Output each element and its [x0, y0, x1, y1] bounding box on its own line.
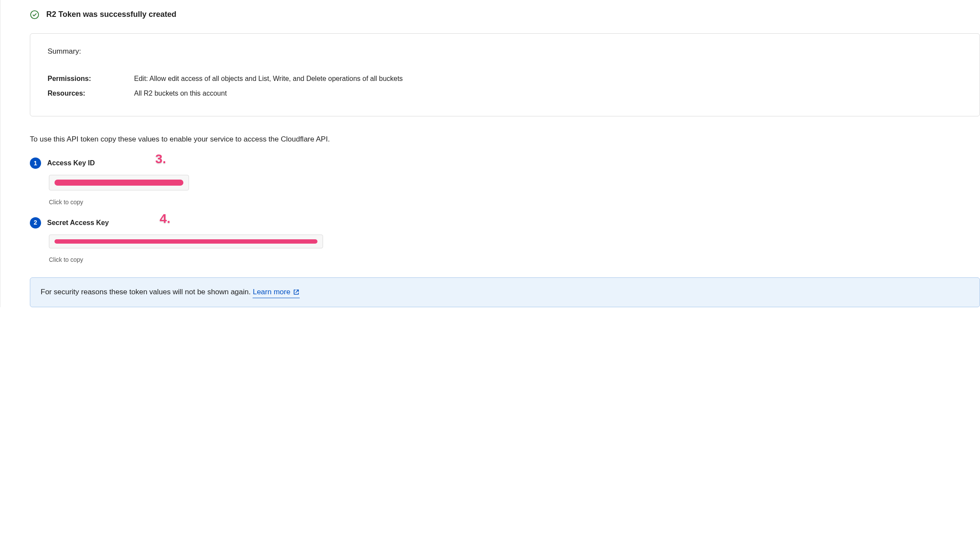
access-key-id-block: 3. 1 Access Key ID Click to copy	[30, 158, 980, 207]
success-message: R2 Token was successfully created	[46, 9, 176, 20]
summary-label: Resources:	[48, 88, 134, 99]
svg-point-0	[31, 10, 38, 18]
step-badge: 2	[30, 217, 41, 228]
summary-label: Permissions:	[48, 74, 134, 84]
secret-access-key-block: 4. 2 Secret Access Key Click to copy	[30, 217, 980, 265]
learn-more-link[interactable]: Learn more	[253, 286, 300, 298]
access-key-id-field[interactable]	[49, 175, 189, 190]
learn-more-label: Learn more	[253, 286, 290, 298]
key-header: 2 Secret Access Key	[30, 217, 980, 228]
annotation-marker: 3.	[155, 149, 166, 168]
page-content: R2 Token was successfully created Summar…	[0, 0, 980, 307]
key-label: Secret Access Key	[47, 218, 109, 228]
instruction-text: To use this API token copy these values …	[30, 134, 980, 145]
summary-row: Resources: All R2 buckets on this accoun…	[48, 88, 962, 99]
summary-value: Edit: Allow edit access of all objects a…	[134, 74, 403, 84]
success-banner: R2 Token was successfully created	[11, 4, 980, 33]
checkmark-circle-icon	[30, 10, 39, 19]
external-link-icon	[293, 289, 300, 296]
key-header: 1 Access Key ID	[30, 158, 980, 169]
key-label: Access Key ID	[47, 158, 95, 168]
redacted-value	[54, 239, 317, 244]
redacted-value	[54, 180, 183, 186]
summary-value: All R2 buckets on this account	[134, 88, 227, 99]
security-banner: For security reasons these token values …	[30, 277, 980, 307]
security-text: For security reasons these token values …	[41, 288, 253, 296]
summary-heading: Summary:	[48, 46, 962, 57]
step-badge: 1	[30, 158, 41, 169]
summary-row: Permissions: Edit: Allow edit access of …	[48, 74, 962, 84]
click-to-copy-hint: Click to copy	[49, 255, 980, 264]
click-to-copy-hint: Click to copy	[49, 198, 980, 207]
summary-box: Summary: Permissions: Edit: Allow edit a…	[30, 33, 980, 116]
secret-access-key-field[interactable]	[49, 235, 323, 248]
annotation-marker: 4.	[160, 209, 170, 228]
